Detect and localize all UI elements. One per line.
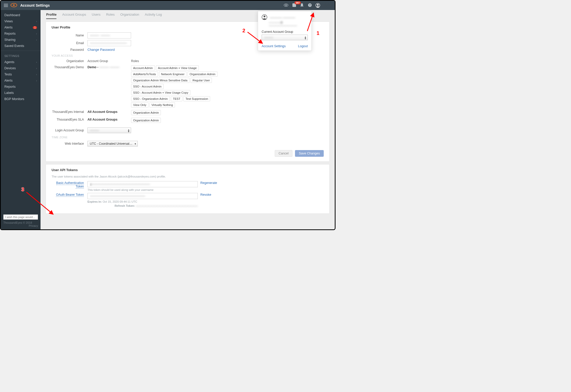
badge-icon[interactable]: 387 [292,3,296,8]
tab-users[interactable]: Users [92,13,101,19]
sidebar-item-saved-events[interactable]: Saved Events [1,43,41,49]
sidebar-item-labels[interactable]: Labels [1,90,41,96]
sidebar-item-views[interactable]: Views› [1,18,41,24]
role-tag: SSO - Organization Admin [131,96,170,101]
sidebar-item-sharing[interactable]: Sharing› [1,37,41,43]
user-dropdown: ———— ———— ————@—————————— Current Accoun… [258,11,312,51]
email-label: Email [52,41,87,45]
tab-activity-log[interactable]: Activity Log [145,13,162,19]
role-tag: Network Engineer [159,72,186,77]
topbar-username: ——— [322,4,332,7]
avatar-icon [262,14,267,21]
org-name: ThousandEyes SLA [52,118,87,123]
col-roles: Roles [131,59,139,63]
account-group: All Account Groups [87,118,131,123]
privacy-link[interactable]: Privacy [3,224,38,227]
tab-organization[interactable]: Organization [120,13,139,19]
role-tag: Organization Admin Minus Sensitive Data [131,78,190,83]
cag-label: Current Account Group [262,30,308,34]
cag-select[interactable]: ——— [262,35,308,40]
sidebar-item-devices[interactable]: Devices› [1,65,41,71]
login-ag-label: Login Account Group [52,129,87,132]
oauth-token-input[interactable] [87,193,198,199]
org-name: ThousandEyes Internal [52,110,87,115]
help-icon[interactable]: ? [308,3,312,8]
save-button[interactable]: Save Changes [295,150,324,157]
basic-token-label[interactable]: Basic Authentication Token [56,181,84,189]
role-tag: TEST [171,96,182,101]
eye-icon[interactable] [284,4,288,7]
sidebar-item-alerts[interactable]: Alerts› [1,77,41,84]
org-name: ThousandEyes Demo [52,65,87,107]
role-tag: AddAlertsToTests [131,72,158,77]
svg-point-4 [13,4,15,6]
page-title: Account Settings [20,3,50,7]
revoke-link[interactable]: Revoke [200,193,211,197]
cancel-button[interactable]: Cancel [275,150,292,157]
account-settings-link[interactable]: Account Settings [262,44,286,48]
account-group: Demo - ——— ——— [87,65,131,107]
timezone-header: TIME ZONE [52,136,324,139]
tokens-heading: User API Tokens [52,168,324,172]
roles-list: Account AdminAccount Admin + View UsageA… [131,65,223,107]
sidebar-item-dashboard[interactable]: Dashboard [1,12,41,18]
tokens-panel: User API Tokens The user tokens associat… [46,164,330,214]
role-tag: Virtually Nothing [150,102,175,107]
copyright: ThousandEyes © 2018 [3,221,38,224]
sidebar-item-agents[interactable]: Agents› [1,59,41,65]
tokens-subtitle: The user tokens associated with the Jaso… [52,175,324,178]
logo-icon[interactable] [11,3,17,8]
sidebar-item-bgp-monitors[interactable]: BGP Monitors [1,96,41,102]
email-input[interactable] [87,40,131,46]
web-interface-label: Web Interface [52,142,87,145]
col-account-group: Account Group [87,59,131,63]
user-menu[interactable]: ——— [316,3,332,8]
oauth-refresh: Refresh Token: —————————————————————— [87,204,198,207]
sidebar-item-alerts[interactable]: Alerts1 [1,24,41,31]
role-tag: Regular User [191,78,212,83]
roles-list: Organization Admin [131,110,223,115]
sidebar-item-tests[interactable]: Tests› [1,71,41,77]
basic-token-input[interactable] [87,181,198,187]
role-tag: Account Admin + View Usage [156,65,199,71]
basic-token-hint: This token should be used along with you… [87,188,198,191]
access-header: YOUR ACCESS [52,54,324,57]
change-password-link[interactable]: Change Password [87,48,115,52]
topbar: Account Settings 387 ? ——— [1,1,335,10]
oauth-expires: Expires in: Oct 15, 2020 09:44:11 UTC [87,200,198,203]
role-tag: Test Suppression [183,96,210,101]
name-label: Name [52,34,87,37]
role-tag: View Only [131,102,149,107]
tab-profile[interactable]: Profile [46,13,56,19]
bell-icon[interactable] [300,3,304,8]
menu-icon[interactable] [4,4,8,7]
password-label: Password [52,48,87,52]
roles-list: Organization Admin [131,118,223,123]
role-tag: Organization Admin [131,110,161,115]
svg-point-11 [317,4,319,6]
login-ag-select[interactable]: ——— [87,128,131,133]
web-interface-select[interactable]: UTC - Coordinated Universal… [87,141,138,146]
role-tag: Organization Admin [131,118,161,123]
svg-point-6 [286,4,287,6]
tab-account-groups[interactable]: Account Groups [62,13,86,19]
sidebar-item-reports[interactable]: Reports [1,84,41,90]
role-tag: SSO - Account Admin [131,84,164,89]
logout-link[interactable]: Logout [298,44,308,48]
oauth-token-label[interactable]: OAuth Bearer Token [56,193,84,197]
svg-point-13 [264,16,265,17]
role-tag: SSO - Account Admin + View Usage Copy [131,90,190,95]
dropdown-username: ———— ———— [270,16,295,19]
sidebar-item-reports[interactable]: Reports› [1,31,41,37]
svg-text:?: ? [309,4,311,7]
avatar-icon [316,3,320,8]
name-input[interactable] [87,32,131,38]
account-group: All Account Groups [87,110,131,115]
feedback-input[interactable] [3,214,38,220]
sidebar: DashboardViews›Alerts1Reports›Sharing›Sa… [1,10,41,229]
role-tag: Account Admin [131,65,155,71]
regenerate-link[interactable]: Regenerate [200,181,217,185]
dropdown-email: ————@—————————— [269,21,308,27]
role-tag: Organization Admin [188,72,217,77]
tab-roles[interactable]: Roles [106,13,115,19]
